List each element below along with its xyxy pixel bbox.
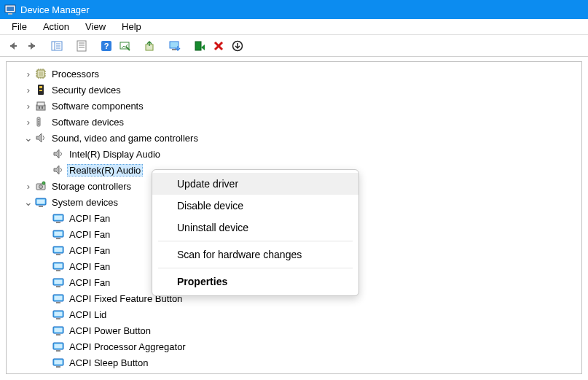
svg-rect-58 [56,238,60,239]
sysdev-icon [52,244,64,256]
tree-item-label: ACPI Fan [67,228,112,241]
app-icon [4,4,16,15]
expand-icon[interactable]: › [23,181,34,192]
svg-rect-51 [37,200,45,204]
svg-rect-20 [195,42,201,50]
update-driver-icon [144,40,156,52]
tree-item[interactable]: ⌄Sound, video and game controllers [9,130,581,146]
tree-item-label: Security devices [50,84,123,96]
update-driver-button[interactable] [141,37,159,55]
svg-rect-41 [39,106,40,109]
menu-help[interactable]: Help [114,20,149,34]
svg-rect-66 [55,280,63,284]
forward-button[interactable] [23,37,41,55]
scan-hardware-button[interactable] [117,37,134,55]
svg-rect-82 [56,366,60,368]
context-menu-item[interactable]: Scan for hardware changes [152,244,358,265]
sysdev-icon [52,212,64,224]
context-menu-item[interactable]: Update driver [152,173,358,195]
svg-point-45 [38,121,39,123]
tree-item[interactable]: ACPI Processor Aggregator [9,338,581,354]
speaker-icon [52,164,64,176]
uninstall-device-button[interactable] [210,37,227,55]
tree-item[interactable]: ACPI Power Button [9,322,581,338]
tree-item-label: ACPI Fan [67,276,112,289]
sysdev-icon [52,341,64,352]
tree-item[interactable]: ACPI Sleep Button [9,354,581,371]
arrow-right-icon [26,40,38,52]
add-legacy-hardware-button[interactable] [229,37,246,55]
svg-rect-18 [170,42,179,48]
tree-item-label: ACPI Sleep Button [67,357,150,369]
tree-item-label: Software components [50,100,146,112]
context-menu-item[interactable]: Properties [152,271,358,292]
properties-icon [76,40,87,52]
context-menu-item[interactable]: Disable device [152,195,358,217]
svg-rect-70 [56,302,60,303]
help-button[interactable]: ? [98,37,115,55]
svg-rect-60 [55,248,63,252]
properties-button[interactable] [73,37,90,55]
svg-rect-10 [77,41,86,51]
sysdev-icon [52,260,64,272]
tree-item-label: Software devices [50,116,126,128]
sysdev-icon [52,309,64,320]
svg-rect-72 [55,312,63,317]
device-enable-icon [194,40,205,52]
sysdev-icon [52,228,64,240]
svg-rect-57 [55,232,63,236]
collapse-icon[interactable]: ⌄ [23,134,34,141]
tree-item-label: ACPI Lid [67,309,109,321]
scan-icon [119,40,131,52]
svg-rect-79 [56,350,60,352]
menu-file[interactable]: File [4,20,34,34]
tree-item-label: System devices [50,196,120,209]
context-menu[interactable]: Update driverDisable deviceUninstall dev… [152,169,359,296]
context-menu-item[interactable]: Uninstall device [152,217,358,239]
svg-rect-78 [55,344,63,349]
swdev-icon [35,116,47,128]
disable-device-button[interactable] [166,37,184,55]
enable-device-button[interactable] [191,37,208,55]
expand-icon[interactable]: › [23,69,34,80]
expand-icon[interactable]: › [23,117,34,128]
menu-action[interactable]: Action [36,20,77,34]
svg-rect-54 [55,216,63,220]
svg-point-46 [38,123,39,125]
expand-icon[interactable]: › [23,101,34,112]
tree-item-label: Intel(R) Display Audio [67,148,162,160]
menu-view[interactable]: View [78,20,113,34]
help-icon: ? [101,40,112,52]
tree-item[interactable]: ›Processors [9,66,581,82]
speaker-icon [35,132,47,144]
menu-bar: File Action View Help [0,19,588,35]
tree-item-label: ACPI Power Button [67,325,153,337]
svg-point-49 [42,182,45,185]
monitor-down-icon [169,40,181,52]
speaker-icon [52,148,64,160]
svg-text:?: ? [104,42,109,50]
tree-item[interactable]: Intel(R) Display Audio [9,146,581,162]
svg-rect-63 [55,264,63,268]
cpu-icon [35,68,47,80]
expand-icon[interactable]: › [23,85,34,96]
tree-item-label: ACPI Fan [67,244,112,257]
collapse-icon[interactable]: ⌄ [23,198,34,206]
sysdev-icon [52,276,64,288]
svg-rect-38 [39,90,42,91]
tree-item[interactable]: ›Software components [9,98,581,114]
circle-down-icon [232,40,243,52]
tree-item[interactable]: ACPI Lid [9,306,581,322]
svg-rect-69 [55,296,63,300]
tree-item[interactable]: ›Security devices [9,82,581,98]
context-menu-separator [158,268,353,268]
sysdev-icon [52,292,64,304]
back-button[interactable] [4,37,22,55]
show-hide-tree-button[interactable] [48,37,66,55]
tree-item[interactable]: ›Software devices [9,114,581,130]
toolbar: ? [0,35,588,57]
tree-panel: ›Processors›Security devices›Software co… [0,57,588,380]
tree-item-label: ACPI Processor Aggregator [67,341,188,353]
tree-item-label: Sound, video and game controllers [50,132,200,144]
tree-item-label: Storage controllers [50,180,133,193]
